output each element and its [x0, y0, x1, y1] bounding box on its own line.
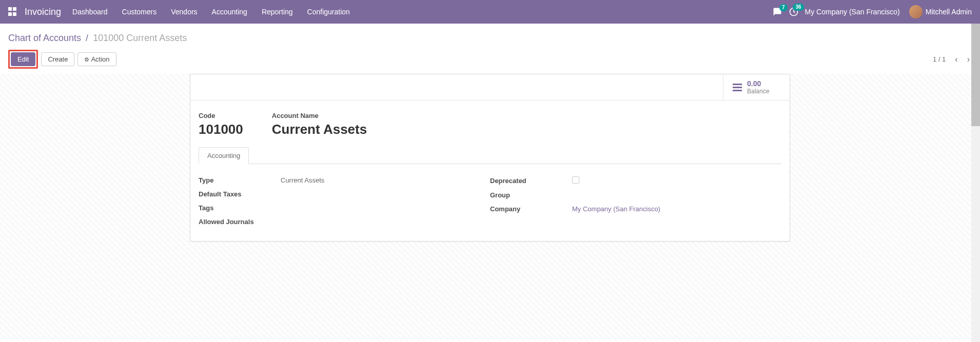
stat-buttons-row: 0.00 Balance	[190, 74, 790, 100]
field-tags: Tags	[199, 201, 490, 215]
deprecated-label: Deprecated	[490, 177, 572, 185]
scrollbar-thumb[interactable]	[971, 24, 980, 126]
action-button-label: Action	[91, 55, 109, 63]
account-name-label: Account Name	[272, 112, 367, 119]
form-sheet: 0.00 Balance Code 101000 Account Name Cu…	[190, 74, 790, 242]
activity-icon[interactable]: 36	[789, 7, 799, 17]
company-value[interactable]: My Company (San Francisco)	[572, 205, 781, 213]
tags-label: Tags	[199, 204, 281, 212]
tabs: Accounting	[199, 147, 781, 164]
navbar-right: 7 36 My Company (San Francisco) Mitchell…	[772, 5, 972, 18]
messages-badge: 7	[779, 4, 788, 11]
avatar[interactable]	[909, 5, 923, 18]
name-block: Account Name Current Assets	[272, 112, 367, 137]
menu-customers[interactable]: Customers	[122, 8, 157, 16]
edit-button[interactable]: Edit	[11, 52, 35, 66]
menu-dashboard[interactable]: Dashboard	[72, 8, 108, 16]
vertical-scrollbar[interactable]	[971, 24, 980, 340]
balance-stat-button[interactable]: 0.00 Balance	[723, 74, 790, 100]
group-label: Group	[490, 191, 572, 199]
menu-configuration[interactable]: Configuration	[307, 8, 350, 16]
code-label: Code	[199, 112, 243, 119]
breadcrumb-parent[interactable]: Chart of Accounts	[8, 33, 81, 43]
field-type: Type Current Assets	[199, 173, 490, 187]
apps-icon[interactable]	[8, 7, 17, 16]
action-buttons: Edit Create ⚙Action	[8, 50, 116, 69]
allowed-journals-label: Allowed Journals	[199, 218, 281, 226]
fields-col-right: Deprecated Group Company My Company (San…	[490, 173, 781, 229]
create-button[interactable]: Create	[41, 52, 74, 66]
breadcrumb: Chart of Accounts / 101000 Current Asset…	[8, 30, 972, 50]
balance-value: 0.00	[747, 79, 769, 88]
field-group: Group	[490, 188, 781, 202]
field-default-taxes: Default Taxes	[199, 187, 490, 201]
control-panel: Chart of Accounts / 101000 Current Asset…	[0, 24, 980, 74]
content-area: 0.00 Balance Code 101000 Account Name Cu…	[0, 74, 980, 340]
user-menu[interactable]: Mitchell Admin	[926, 8, 972, 16]
app-brand[interactable]: Invoicing	[25, 7, 61, 17]
field-allowed-journals: Allowed Journals	[199, 215, 490, 229]
breadcrumb-current: 101000 Current Assets	[93, 33, 187, 43]
breadcrumb-separator: /	[86, 33, 88, 43]
title-row: Code 101000 Account Name Current Assets	[199, 112, 781, 137]
pager-next-icon[interactable]: ›	[965, 54, 972, 65]
pager-prev-icon[interactable]: ‹	[953, 54, 959, 65]
menu-accounting[interactable]: Accounting	[212, 8, 247, 16]
edit-highlight: Edit	[8, 50, 38, 69]
tab-accounting[interactable]: Accounting	[199, 147, 249, 164]
fields-grid: Type Current Assets Default Taxes Tags A…	[199, 173, 781, 229]
menu-reporting[interactable]: Reporting	[262, 8, 293, 16]
deprecated-checkbox[interactable]	[572, 176, 579, 184]
messages-icon[interactable]: 7	[772, 7, 782, 16]
type-value: Current Assets	[281, 176, 490, 184]
default-taxes-label: Default Taxes	[199, 190, 281, 198]
action-button[interactable]: ⚙Action	[77, 52, 116, 66]
fields-col-left: Type Current Assets Default Taxes Tags A…	[199, 173, 490, 229]
type-label: Type	[199, 176, 281, 184]
activity-badge: 36	[793, 4, 803, 11]
menu-vendors[interactable]: Vendors	[171, 8, 197, 16]
main-menu: Dashboard Customers Vendors Accounting R…	[72, 8, 350, 16]
pager: 1 / 1 ‹ ›	[933, 54, 972, 65]
deprecated-value	[572, 176, 781, 185]
code-value: 101000	[199, 122, 243, 137]
company-switcher[interactable]: My Company (San Francisco)	[805, 8, 900, 16]
pager-counter[interactable]: 1 / 1	[933, 55, 946, 63]
balance-label: Balance	[747, 88, 769, 95]
field-company: Company My Company (San Francisco)	[490, 202, 781, 216]
gear-icon: ⚙	[84, 56, 89, 63]
main-navbar: Invoicing Dashboard Customers Vendors Ac…	[0, 0, 980, 24]
account-name-value: Current Assets	[272, 122, 367, 137]
code-block: Code 101000	[199, 112, 243, 137]
list-icon	[733, 84, 742, 91]
field-deprecated: Deprecated	[490, 173, 781, 188]
company-label: Company	[490, 205, 572, 213]
